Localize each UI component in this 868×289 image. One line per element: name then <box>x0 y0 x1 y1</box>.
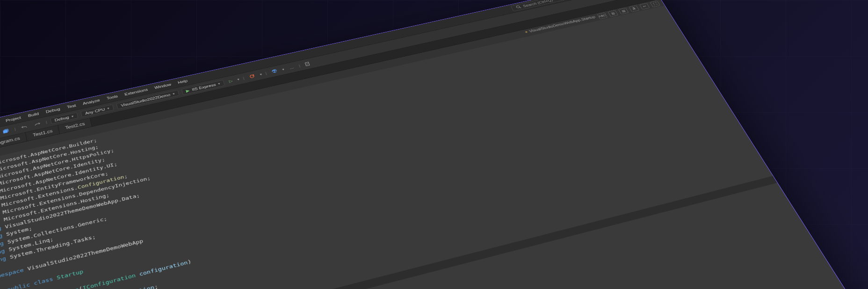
hot-reload-button[interactable] <box>247 73 258 79</box>
full-screen-icon[interactable]: ⛶ <box>650 0 660 7</box>
redo-button[interactable] <box>32 121 43 127</box>
play-outline-icon: ▷ <box>229 79 233 83</box>
menu-window[interactable]: Window <box>154 82 172 90</box>
chevron-down-icon[interactable]: ▾ <box>282 68 285 71</box>
toggle-minimap-icon[interactable]: ≣ <box>629 5 640 12</box>
menu-build[interactable]: Build <box>28 112 39 118</box>
save-all-button[interactable] <box>0 128 11 134</box>
chevron-down-icon: ▾ <box>71 115 74 118</box>
overflow-button[interactable]: … <box>287 65 297 70</box>
svg-line-1 <box>520 7 521 8</box>
menu-test[interactable]: Test <box>66 103 76 109</box>
play-icon: ▶ <box>185 88 190 93</box>
class-icon: ✦ <box>524 30 529 34</box>
platform-label: Any CPU <box>85 107 105 116</box>
abc-spellcheck-icon[interactable]: ABC <box>597 13 608 19</box>
run-no-debug-button[interactable]: ▷ <box>227 78 235 84</box>
menu-debug[interactable]: Debug <box>45 107 60 114</box>
undo-button[interactable] <box>19 124 29 130</box>
svg-point-0 <box>516 6 520 8</box>
menu-analyze[interactable]: Analyze <box>82 98 100 106</box>
chevron-down-icon[interactable]: ▾ <box>237 78 240 81</box>
config-label: Debug <box>54 115 69 122</box>
chevron-down-icon: ▾ <box>107 107 110 110</box>
find-in-files-button[interactable] <box>303 61 313 67</box>
menu-tools[interactable]: Tools <box>106 94 118 100</box>
chevron-down-icon: ▾ <box>218 82 221 86</box>
chevron-down-icon: ▾ <box>173 92 175 96</box>
menu-project[interactable]: Project <box>6 116 22 123</box>
browser-link-button[interactable] <box>269 68 280 74</box>
word-wrap-icon[interactable]: ↩ <box>639 3 650 9</box>
svg-rect-6 <box>305 62 309 66</box>
split-horizontal-icon[interactable]: ▥ <box>608 10 618 17</box>
split-vertical-icon[interactable]: ▤ <box>618 7 629 14</box>
search-icon <box>515 5 522 9</box>
chevron-down-icon[interactable]: ▾ <box>260 72 263 76</box>
menu-help[interactable]: Help <box>177 79 188 84</box>
